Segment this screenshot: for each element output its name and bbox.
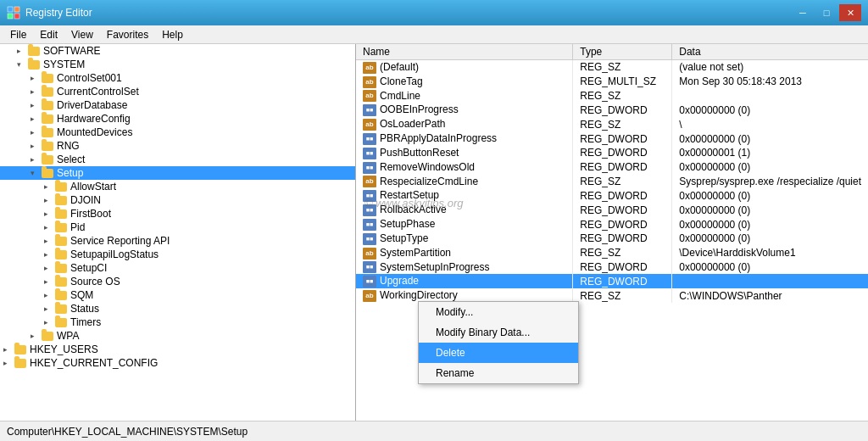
tree-label: SYSTEM <box>43 59 85 70</box>
folder-icon <box>14 357 27 369</box>
tree-label: DriverDatabase <box>57 99 127 111</box>
cell-data: C:\WINDOWS\Panther <box>672 288 868 303</box>
tree-arrow: ▸ <box>31 87 41 96</box>
table-row[interactable]: ■■RestartSetupREG_DWORD0x00000000 (0) <box>356 188 868 203</box>
col-name[interactable]: Name <box>356 44 573 60</box>
folder-icon <box>41 86 54 98</box>
tree-item-Select[interactable]: ▸Select <box>0 153 355 166</box>
tree-item-Pid[interactable]: ▸Pid <box>0 220 355 234</box>
tree-label: SOFTWARE <box>43 45 101 57</box>
sz-icon: ab <box>363 176 376 187</box>
tree-item-SYSTEM[interactable]: ▾SYSTEM <box>0 58 355 71</box>
table-row[interactable]: abCloneTagREG_MULTI_SZMon Sep 30 05:18:4… <box>356 75 868 89</box>
tree-item-Timers[interactable]: ▸Timers <box>0 315 355 329</box>
cell-type: REG_DWORD <box>573 217 672 232</box>
tree-item-HKEY_USERS[interactable]: ▸HKEY_USERS <box>0 343 355 356</box>
cell-type: REG_SZ <box>573 246 672 260</box>
tree-item-SetupapilLogStatus[interactable]: ▸SetupapilLogStatus <box>0 248 355 261</box>
tree-label: CurrentControlSet <box>57 86 139 98</box>
tree-item-ServiceReportingAPI[interactable]: ▸Service Reporting API <box>0 234 355 248</box>
table-row[interactable]: ■■RemoveWindowsOldREG_DWORD0x00000000 (0… <box>356 160 868 175</box>
cell-type: REG_DWORD <box>573 188 672 203</box>
tree-item-SetupCI[interactable]: ▸SetupCI <box>0 261 355 275</box>
tree-label: HKEY_USERS <box>30 343 98 355</box>
minimize-button[interactable]: ─ <box>792 4 814 21</box>
cell-data: Mon Sep 30 05:18:43 2013 <box>672 75 868 89</box>
tree-item-SourceOS[interactable]: ▸Source OS <box>0 275 355 288</box>
context-item-modify[interactable]: Modify... <box>419 302 578 322</box>
table-row[interactable]: abRespecializeCmdLineREG_SZSysprep/syspr… <box>356 175 868 189</box>
tree-item-SQM[interactable]: ▸SQM <box>0 288 355 302</box>
tree-item-FirstBoot[interactable]: ▸FirstBoot <box>0 207 355 220</box>
tree-item-Status[interactable]: ▸Status <box>0 302 355 315</box>
folder-icon <box>54 289 68 301</box>
table-row[interactable]: ■■OOBEInProgressREG_DWORD0x00000000 (0) <box>356 103 868 117</box>
cell-data <box>672 274 868 288</box>
tree-item-ControlSet001[interactable]: ▸ControlSet001 <box>0 71 355 85</box>
table-row[interactable]: abOsLoaderPathREG_SZ\ <box>356 117 868 131</box>
dword-icon: ■■ <box>363 148 376 159</box>
tree-label: Select <box>57 154 85 165</box>
menu-item-favorites[interactable]: Favorites <box>100 27 155 42</box>
table-row[interactable]: ■■SetupPhaseREG_DWORD0x00000000 (0) <box>356 217 868 232</box>
tree-label: SQM <box>70 289 93 301</box>
menu-item-help[interactable]: Help <box>155 27 190 42</box>
cell-data: \ <box>672 117 868 131</box>
tree-item-HKEY_CURRENT_CONFIG[interactable]: ▸HKEY_CURRENT_CONFIG <box>0 356 355 370</box>
tree-item-WPA[interactable]: ▸WPA <box>0 329 355 343</box>
cell-data: \Device\HarddiskVolume1 <box>672 246 868 260</box>
tree-arrow: ▾ <box>17 60 27 69</box>
menu-item-file[interactable]: File <box>3 27 33 42</box>
cell-type: REG_DWORD <box>573 103 672 117</box>
menu-item-view[interactable]: View <box>64 27 100 42</box>
table-row[interactable]: abCmdLineREG_SZ <box>356 89 868 103</box>
col-type[interactable]: Type <box>573 44 672 60</box>
table-row[interactable]: ■■UpgradeREG_DWORD <box>356 274 868 288</box>
col-data[interactable]: Data <box>672 44 868 60</box>
table-row[interactable]: ■■RollbackActiveREG_DWORD0x00000000 (0) <box>356 203 868 217</box>
tree-item-CurrentControlSet[interactable]: ▸CurrentControlSet <box>0 85 355 98</box>
cell-data: 0x00000000 (0) <box>672 203 868 217</box>
svg-rect-0 <box>8 7 13 12</box>
context-item-rename[interactable]: Rename <box>419 363 578 383</box>
tree-scroll[interactable]: ▸SOFTWARE▾SYSTEM▸ControlSet001▸CurrentCo… <box>0 44 355 421</box>
cell-type: REG_DWORD <box>573 146 672 160</box>
tree-item-MountedDevices[interactable]: ▸MountedDevices <box>0 126 355 139</box>
table-row[interactable]: ■■PBRApplyDataInProgressREG_DWORD0x00000… <box>356 131 868 146</box>
maximize-button[interactable]: □ <box>815 4 837 21</box>
cell-name: ab(Default) <box>356 60 573 75</box>
context-item-delete[interactable]: Delete <box>419 343 578 363</box>
table-row[interactable]: ■■SetupTypeREG_DWORD0x00000000 (0) <box>356 232 868 246</box>
cell-name: abCloneTag <box>356 75 573 89</box>
app-icon <box>7 6 20 20</box>
close-button[interactable]: ✕ <box>839 4 861 21</box>
tree-item-DJOIN[interactable]: ▸DJOIN <box>0 193 355 207</box>
tree-item-DriverDatabase[interactable]: ▸DriverDatabase <box>0 98 355 112</box>
folder-icon <box>41 154 54 165</box>
folder-icon <box>41 113 54 125</box>
table-row[interactable]: abSystemPartitionREG_SZ\Device\HarddiskV… <box>356 246 868 260</box>
tree-item-RNG[interactable]: ▸RNG <box>0 139 355 153</box>
tree-item-HardwareConfig[interactable]: ▸HardwareConfig <box>0 112 355 126</box>
cell-type: REG_DWORD <box>573 260 672 275</box>
folder-icon <box>54 316 68 328</box>
tree-item-SOFTWARE[interactable]: ▸SOFTWARE <box>0 44 355 58</box>
table-row[interactable]: ■■SystemSetupInProgressREG_DWORD0x000000… <box>356 260 868 275</box>
tree-arrow: ▸ <box>44 291 54 299</box>
cell-name: abSystemPartition <box>356 246 573 260</box>
context-item-modify-binary[interactable]: Modify Binary Data... <box>419 322 578 343</box>
dword-icon: ■■ <box>363 261 376 273</box>
svg-rect-3 <box>14 14 19 19</box>
tree-item-AllowStart[interactable]: ▸AllowStart <box>0 180 355 193</box>
tree-arrow: ▸ <box>3 359 14 367</box>
table-row[interactable]: ■■PushButtonResetREG_DWORD0x00000001 (1) <box>356 146 868 160</box>
menu-item-edit[interactable]: Edit <box>33 27 64 42</box>
tree-label: DJOIN <box>70 194 101 206</box>
title-left: Registry Editor <box>7 6 92 20</box>
tree-label: Setup <box>57 167 83 179</box>
folder-icon <box>27 59 41 70</box>
tree-item-Setup[interactable]: ▾Setup <box>0 166 355 180</box>
cell-name: ■■RestartSetup <box>356 188 573 203</box>
table-row[interactable]: ab(Default)REG_SZ(value not set) <box>356 60 868 75</box>
tree-label: Pid <box>70 221 85 233</box>
